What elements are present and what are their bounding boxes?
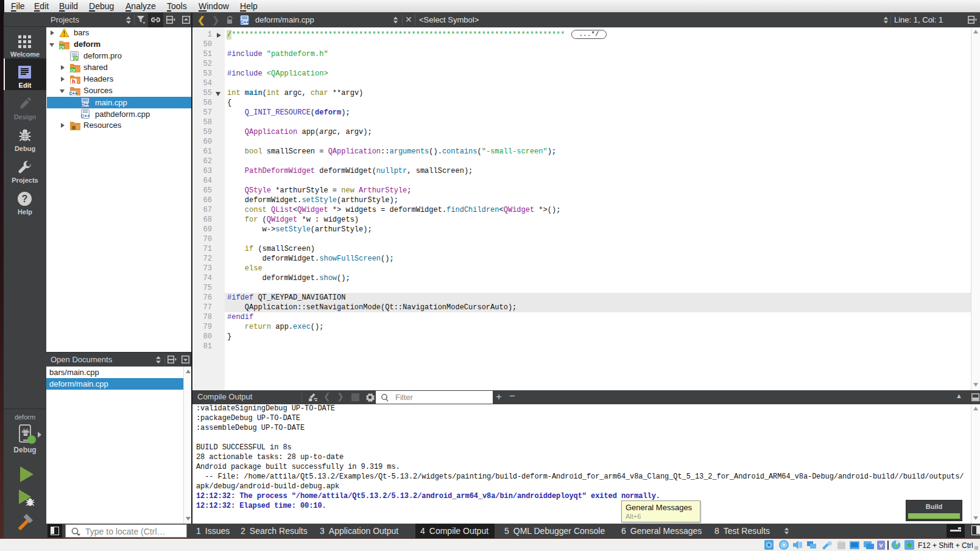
svg-text:Qt: Qt: [60, 45, 65, 50]
svg-text:C++: C++: [81, 102, 90, 107]
svg-text:C++: C++: [240, 19, 249, 25]
svg-text:V: V: [879, 542, 883, 549]
svg-text:Qt: Qt: [73, 56, 78, 61]
svg-text:C++: C++: [81, 113, 90, 119]
svg-text:C++: C++: [69, 91, 78, 96]
svg-text:Qt: Qt: [71, 68, 76, 73]
svg-text:h: h: [72, 79, 75, 84]
